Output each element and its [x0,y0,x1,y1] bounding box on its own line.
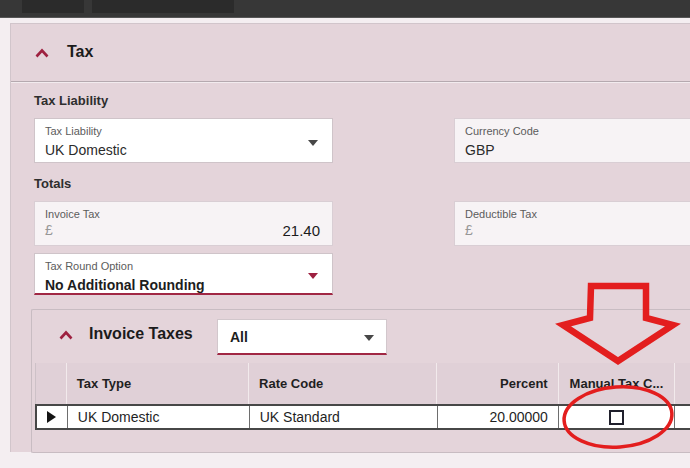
cell-extra[interactable] [675,406,690,428]
tax-liability-group-label: Tax Liability [34,93,108,108]
dropdown-arrow-icon [308,140,318,146]
browser-tab[interactable] [22,0,84,13]
currency-symbol: £ [45,222,53,238]
cell-tax-type[interactable]: UK Domestic [68,406,250,428]
tax-section-header[interactable]: Tax [11,24,690,82]
table-row[interactable]: UK Domestic UK Standard 20.00000 [35,404,690,430]
invoice-taxes-group: Invoice Taxes All Tax Type Rate Code Per… [31,309,690,453]
invoice-tax-label: Invoice Tax [45,208,100,220]
manual-tax-checkbox[interactable] [609,410,624,425]
tax-panel: Tax Tax Liability Tax Liability UK Domes… [10,23,690,452]
tax-liability-value: UK Domestic [45,142,127,158]
deductible-tax-field: Deductible Tax £ [454,201,690,246]
deductible-tax-label: Deductible Tax [465,208,537,220]
currency-symbol: £ [465,222,473,238]
currency-code-field: Currency Code GBP [454,118,690,163]
header-manual-tax[interactable]: Manual Tax C... [559,363,676,404]
row-selector-icon [47,411,56,423]
chevron-up-icon[interactable] [34,48,50,59]
invoice-taxes-title: Invoice Taxes [89,325,193,343]
invoice-taxes-filter-dropdown[interactable]: All [217,319,387,355]
currency-code-label: Currency Code [465,125,539,137]
invoice-taxes-table: Tax Type Rate Code Percent Manual Tax C.… [35,363,690,430]
tax-liability-label: Tax Liability [45,125,102,137]
cell-rate-code[interactable]: UK Standard [250,406,438,428]
tax-round-option-label: Tax Round Option [45,260,133,272]
cell-manual-tax[interactable] [559,406,675,428]
currency-code-value: GBP [465,142,495,158]
header-extra [675,363,690,404]
cell-percent[interactable]: 20.00000 [438,406,559,428]
section-title: Tax [67,43,93,61]
invoice-tax-field: Invoice Tax £ 21.40 [34,201,333,246]
totals-group-label: Totals [34,176,71,191]
dropdown-arrow-icon [364,335,374,341]
tax-liability-dropdown[interactable]: Tax Liability UK Domestic [34,118,333,163]
chevron-up-icon[interactable] [58,330,74,341]
header-row-selector [36,363,67,404]
header-tax-type[interactable]: Tax Type [67,363,249,404]
browser-tab[interactable] [92,0,234,13]
header-rate-code[interactable]: Rate Code [249,363,437,404]
filter-value: All [230,329,248,345]
table-header-row: Tax Type Rate Code Percent Manual Tax C.… [36,363,690,404]
screen: Tax Tax Liability Tax Liability UK Domes… [0,0,690,468]
dropdown-arrow-icon [308,273,318,279]
tax-round-option-dropdown[interactable]: Tax Round Option No Additional Rounding [34,253,333,295]
header-percent[interactable]: Percent [437,363,559,404]
top-dark-bar [0,0,690,18]
tax-round-option-value: No Additional Rounding [45,277,205,293]
invoice-tax-value: 21.40 [282,222,320,239]
row-selector-cell[interactable] [37,406,68,428]
